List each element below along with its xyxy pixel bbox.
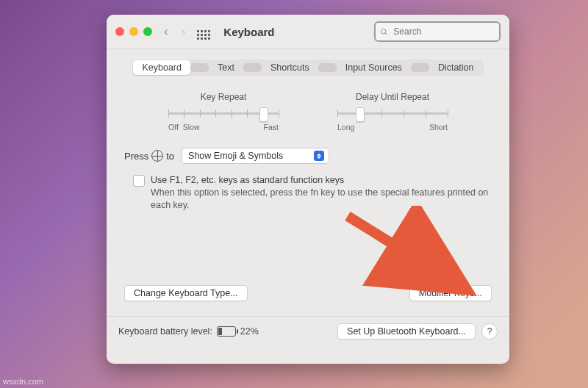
key-repeat-off-label: Off (168, 123, 179, 132)
battery-icon (217, 326, 236, 337)
tab-dictation[interactable]: Dictation (429, 60, 483, 75)
key-repeat-slider[interactable] (168, 108, 279, 120)
key-repeat-label: Key Repeat (201, 92, 247, 102)
battery-level-label: Keyboard battery level: (118, 326, 212, 337)
tab-text[interactable]: Text (209, 60, 243, 75)
fn-keys-checkbox[interactable] (133, 175, 145, 187)
keyboard-tabs: KeyboardTextShortcutsInput SourcesDictat… (107, 60, 509, 76)
tab-keyboard[interactable]: Keyboard (133, 60, 190, 75)
svg-point-0 (381, 29, 386, 34)
popup-stepper-icon (314, 151, 324, 161)
delay-repeat-group: Delay Until Repeat Long Short (330, 92, 455, 132)
search-input[interactable] (392, 26, 495, 37)
key-repeat-slow-label: Slow (183, 123, 200, 132)
back-button[interactable]: ‹ (162, 24, 170, 39)
svg-line-1 (385, 32, 387, 35)
forward-button[interactable]: › (180, 24, 187, 39)
slider-knob[interactable] (259, 107, 268, 122)
press-label: Press (124, 151, 148, 162)
delay-long-label: Long (337, 123, 354, 132)
modifier-keys-button[interactable]: Modifier Keys... (409, 285, 492, 301)
footer-separator (107, 316, 509, 317)
search-icon (380, 27, 388, 37)
key-repeat-group: Key Repeat Off Slow Fast (161, 92, 286, 132)
setup-bluetooth-keyboard-button[interactable]: Set Up Bluetooth Keyboard... (337, 323, 476, 340)
to-label: to (166, 151, 174, 162)
sliders-row: Key Repeat Off Slow Fast Delay Until Rep… (107, 92, 509, 132)
svg-line-2 (348, 216, 459, 285)
close-window-button[interactable] (115, 27, 124, 36)
battery-percent: 22% (240, 326, 259, 337)
window-toolbar: ‹ › Keyboard (107, 15, 509, 49)
globe-key-row: Press to Show Emoji & Symbols (124, 148, 509, 164)
fn-keys-option: Use F1, F2, etc. keys as standard functi… (133, 174, 492, 212)
globe-action-popup[interactable]: Show Emoji & Symbols (182, 148, 329, 164)
window-title: Keyboard (223, 26, 274, 38)
slider-knob[interactable] (356, 107, 365, 122)
delay-repeat-slider[interactable] (337, 108, 448, 120)
change-keyboard-type-button[interactable]: Change Keyboard Type... (124, 285, 248, 301)
show-all-icon[interactable] (197, 24, 210, 40)
zoom-window-button[interactable] (143, 27, 152, 36)
delay-repeat-label: Delay Until Repeat (356, 92, 429, 102)
delay-short-label: Short (429, 123, 448, 132)
annotation-arrow-icon (334, 206, 496, 323)
fn-keys-desc: When this option is selected, press the … (151, 187, 492, 212)
tab-shortcuts[interactable]: Shortcuts (262, 60, 318, 75)
search-field[interactable] (374, 21, 501, 42)
globe-icon (151, 150, 163, 162)
watermark-text: wsxdn.com (3, 377, 43, 386)
window-footer: Keyboard battery level: 22% Set Up Bluet… (118, 323, 498, 340)
traffic-lights (115, 27, 152, 36)
key-repeat-fast-label: Fast (264, 123, 279, 132)
tab-input-sources[interactable]: Input Sources (337, 60, 411, 75)
minimize-window-button[interactable] (129, 27, 138, 36)
fn-keys-title: Use F1, F2, etc. keys as standard functi… (151, 174, 492, 187)
help-button[interactable]: ? (481, 323, 498, 340)
preferences-window: ‹ › Keyboard KeyboardTextShortcutsInput … (107, 15, 509, 364)
globe-action-value: Show Emoji & Symbols (188, 151, 283, 161)
